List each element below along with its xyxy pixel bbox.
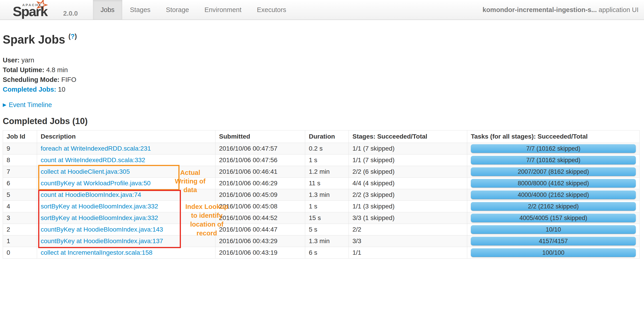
duration-cell: 11 s [305,178,349,189]
duration-cell: 15 s [305,212,349,224]
tasks-progress-label: 7/7 (10162 skipped) [526,157,580,164]
tasks-progress-bar: 4157/4157 [471,237,636,245]
job-description-link[interactable]: countByKey at HoodieBloomIndex.java:137 [41,237,163,245]
description-cell: count at HoodieBloomIndex.java:74 [37,189,216,201]
uptime-label: Total Uptime: [3,66,44,73]
table-row: 4 sortByKey at HoodieBloomIndex.java:332… [3,201,640,212]
tasks-progress-bar: 100/100 [471,248,636,257]
job-id-cell: 0 [3,247,37,259]
job-id-cell: 7 [3,166,37,178]
table-header: Job Id Description Submitted Duration St… [3,130,640,143]
job-description-link[interactable]: collect at HoodieClient.java:305 [41,168,130,175]
job-id-cell: 1 [3,235,37,247]
duration-cell: 1.3 min [305,235,349,247]
stages-cell: 1/1 (7 skipped) [349,143,467,155]
column-header-submitted[interactable]: Submitted [216,130,305,143]
submitted-cell: 2016/10/06 00:45:09 [216,189,305,201]
tasks-cell: 4000/4000 (2162 skipped) [467,189,640,201]
tab-executors[interactable]: Executors [249,0,294,19]
event-timeline-toggle[interactable]: ▶Event Timeline [3,101,641,109]
summary-info-list: User: yarn Total Uptime: 4.8 min Schedul… [3,55,641,94]
tab-environment[interactable]: Environment [197,0,249,19]
spark-version-label: 2.0.0 [63,10,78,17]
stages-cell: 2/2 [349,224,467,235]
job-description-link[interactable]: foreach at WriteIndexedRDD.scala:231 [41,145,151,152]
help-question-link[interactable]: ? [71,33,75,40]
tasks-progress-label: 2007/2007 (8162 skipped) [518,168,589,175]
completed-jobs-link[interactable]: Completed Jobs: [3,86,56,93]
description-cell: collect at IncrementalIngestor.scala:158 [37,247,216,259]
expand-arrow-icon: ▶ [3,102,6,107]
stages-cell: 1/1 (7 skipped) [349,155,467,166]
submitted-cell: 2016/10/06 00:43:29 [216,235,305,247]
tasks-cell: 7/7 (10162 skipped) [467,155,640,166]
submitted-cell: 2016/10/06 00:44:47 [216,224,305,235]
tasks-progress-label: 100/100 [542,249,564,256]
tab-jobs[interactable]: Jobs [93,0,122,19]
tasks-progress-label: 4005/4005 (157 skipped) [520,215,588,222]
column-header-job-id[interactable]: Job Id [3,130,37,143]
application-ui-title: komondor-incremental-ingestion-s... appl… [483,6,639,14]
tasks-progress-label: 2/2 (2162 skipped) [528,203,579,210]
tasks-progress-label: 8000/8000 (4162 skipped) [518,180,589,187]
user-label: User: [3,56,20,64]
stages-cell: 2/2 (3 skipped) [349,189,467,201]
job-description-link[interactable]: countByKey at WorkloadProfile.java:50 [41,180,151,187]
table-row: 7 collect at HoodieClient.java:305 2016/… [3,166,640,178]
table-header-row: Job Id Description Submitted Duration St… [3,130,640,143]
submitted-cell: 2016/10/06 00:46:41 [216,166,305,178]
completed-jobs-count: 10 [58,86,65,93]
job-description-link[interactable]: count at HoodieBloomIndex.java:74 [41,191,141,198]
description-cell: countByKey at WorkloadProfile.java:50 [37,178,216,189]
table-row: 2 countByKey at HoodieBloomIndex.java:14… [3,224,640,235]
tasks-progress-label: 4000/4000 (2162 skipped) [518,191,589,198]
user-info-line: User: yarn [3,55,641,65]
tasks-progress-bar: 7/7 (10162 skipped) [471,156,636,164]
help-paren-close: ) [75,33,77,40]
help-paren-open: ( [68,33,71,40]
scheduling-mode-label: Scheduling Mode: [3,76,60,83]
nav-tabs: JobsStagesStorageEnvironmentExecutors [93,0,294,19]
column-header-duration[interactable]: Duration [305,130,349,143]
tasks-cell: 8000/8000 (4162 skipped) [467,178,640,189]
tab-storage[interactable]: Storage [158,0,197,19]
description-cell: countByKey at HoodieBloomIndex.java:143 [37,224,216,235]
job-description-link[interactable]: count at WriteIndexedRDD.scala:332 [41,156,145,163]
user-value: yarn [21,56,34,64]
table-row: 3 sortByKey at HoodieBloomIndex.java:332… [3,212,640,224]
scheduling-mode-value: FIFO [61,76,76,83]
description-cell: count at WriteIndexedRDD.scala:332 [37,155,216,166]
main-content: Spark Jobs (?) User: yarn Total Uptime: … [0,33,644,259]
job-description-link[interactable]: collect at IncrementalIngestor.scala:158 [41,249,152,256]
stages-cell: 1/1 [349,247,467,259]
tasks-progress-bar: 4005/4005 (157 skipped) [471,214,636,222]
description-cell: countByKey at HoodieBloomIndex.java:137 [37,235,216,247]
application-name: komondor-incremental-ingestion-s... [483,6,597,13]
completed-jobs-table: Job Id Description Submitted Duration St… [3,130,640,259]
job-description-link[interactable]: countByKey at HoodieBloomIndex.java:143 [41,226,163,233]
page-title-text: Spark Jobs [3,33,65,46]
tasks-progress-bar: 2/2 (2162 skipped) [471,202,636,211]
description-cell: sortByKey at HoodieBloomIndex.java:332 [37,201,216,212]
duration-cell: 6 s [305,247,349,259]
tasks-progress-bar: 2007/2007 (8162 skipped) [471,167,636,176]
duration-cell: 1.2 min [305,166,349,178]
application-ui-suffix: application UI [597,6,638,13]
tab-stages[interactable]: Stages [122,0,158,19]
description-cell: collect at HoodieClient.java:305 [37,166,216,178]
column-header-tasks[interactable]: Tasks (for all stages): Succeeded/Total [467,130,640,143]
job-description-link[interactable]: sortByKey at HoodieBloomIndex.java:332 [41,214,158,221]
table-row: 9 foreach at WriteIndexedRDD.scala:231 2… [3,143,640,155]
completed-jobs-section-title: Completed Jobs (10) [3,116,641,126]
jobs-table-wrap: Job Id Description Submitted Duration St… [3,130,641,259]
job-description-link[interactable]: sortByKey at HoodieBloomIndex.java:332 [41,203,158,210]
column-header-stages[interactable]: Stages: Succeeded/Total [349,130,467,143]
stages-cell: 4/4 (4 skipped) [349,178,467,189]
column-header-description[interactable]: Description [37,130,216,143]
table-row: 1 countByKey at HoodieBloomIndex.java:13… [3,235,640,247]
tasks-progress-bar: 10/10 [471,225,636,234]
tasks-progress-label: 7/7 (10162 skipped) [526,145,580,152]
tasks-cell: 4157/4157 [467,235,640,247]
tasks-cell: 2/2 (2162 skipped) [467,201,640,212]
stages-cell: 3/3 [349,235,467,247]
